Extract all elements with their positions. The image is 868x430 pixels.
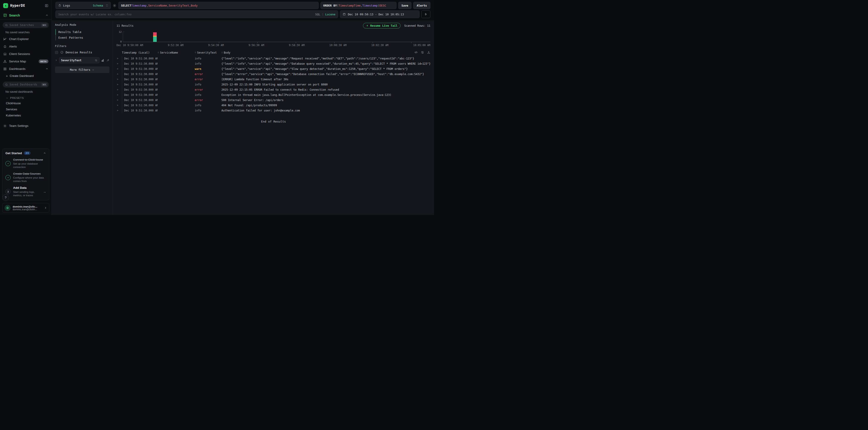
code-view-icon[interactable] xyxy=(414,51,418,54)
row-expand-chevron-icon[interactable]: > xyxy=(117,94,122,96)
sidebar-item-dashboards[interactable]: Dashboards xyxy=(0,65,52,73)
order-by-input[interactable]: ORDER BY (TimestampTime, Timestamp) DESC xyxy=(320,2,397,9)
team-settings-label: Team Settings xyxy=(9,124,49,128)
table-row[interactable]: > Dec 10 9:51:30.000 AM info {"level":"i… xyxy=(117,61,430,66)
denoise-checkbox[interactable] xyxy=(55,51,58,54)
table-row[interactable]: > Dec 10 9:51:30.000 AM error {"level":"… xyxy=(117,71,430,77)
chevron-right-icon[interactable] xyxy=(55,59,57,62)
stacked-bar[interactable] xyxy=(153,31,157,42)
time-range-picker[interactable]: Dec 10 09:50:13 - Dec 10 10:05:13 xyxy=(340,10,420,18)
sidebar-item-search[interactable]: Search xyxy=(0,11,52,20)
drag-grip-icon[interactable]: ⠿ xyxy=(195,52,196,54)
sidebar-item-alerts[interactable]: Alerts xyxy=(0,43,52,50)
sidebar-item-service-map[interactable]: Service Map BETA xyxy=(0,58,52,65)
source-select[interactable]: Logs Schema xyxy=(55,2,111,9)
x-axis-label: 9:52:30 AM xyxy=(168,44,183,47)
facet-search-box[interactable]: SeverityText xyxy=(59,57,99,63)
row-expand-chevron-icon[interactable]: > xyxy=(117,104,122,106)
column-header-servicename[interactable]: ⠿ServiceName xyxy=(158,51,195,54)
preset-item[interactable]: Services xyxy=(0,106,52,112)
row-severity: info xyxy=(195,62,221,65)
row-expand-chevron-icon[interactable]: > xyxy=(117,89,122,91)
drag-grip-icon[interactable]: ⠿ xyxy=(158,52,159,54)
pin-icon[interactable] xyxy=(106,59,110,62)
events-histogram[interactable]: 12 0 Dec 10 9:50:00 AM9:52:30 AM9:54:30 … xyxy=(117,32,430,47)
row-expand-chevron-icon[interactable]: > xyxy=(117,57,122,60)
row-expand-chevron-icon[interactable]: > xyxy=(117,83,122,86)
row-severity: error xyxy=(195,99,221,102)
table-row[interactable]: > Dec 10 9:51:30.000 AM info Exception i… xyxy=(117,92,430,97)
table-header-row: Timestamp (Local) ⠿ServiceName ⠿Severity… xyxy=(117,49,430,56)
chevron-right-icon xyxy=(44,206,47,209)
select-clause-input[interactable]: SELECT Timestamp,ServiceName,SeverityTex… xyxy=(118,2,319,9)
row-expand-chevron-icon[interactable]: > xyxy=(117,109,122,112)
saved-dashboards-input[interactable]: Saved Dashboards ⌘K xyxy=(3,81,49,88)
chevron-up-icon[interactable] xyxy=(45,67,49,70)
sql-mode-option[interactable]: SQL xyxy=(315,13,320,16)
row-expand-chevron-icon[interactable]: > xyxy=(117,68,122,70)
denoise-results-toggle[interactable]: Denoise Results xyxy=(55,51,110,54)
column-header-timestamp[interactable]: Timestamp (Local) xyxy=(122,51,158,54)
sidebar-item-team-settings[interactable]: Team Settings xyxy=(0,122,52,130)
row-expand-chevron-icon[interactable]: > xyxy=(117,78,122,80)
help-button[interactable]: ? xyxy=(2,194,9,201)
query-toolbar: Logs Schema SELECT Timestamp,ServiceName… xyxy=(52,0,434,10)
drag-grip-icon[interactable]: ⠿ xyxy=(221,52,223,54)
row-expand-chevron-icon[interactable]: > xyxy=(117,99,122,101)
more-filters-button[interactable]: More filters xyxy=(55,66,110,73)
user-email: dominic.tran@clickh... xyxy=(13,208,42,211)
sidebar-item-chart-explorer[interactable]: Chart Explorer xyxy=(0,35,52,43)
column-header-body[interactable]: ⠿Body xyxy=(221,51,430,54)
table-row[interactable]: > Dec 10 9:51:30.000 AM info 2025-12-09 … xyxy=(117,82,430,87)
presets-toggle[interactable]: PRESETS xyxy=(0,95,52,100)
mode-event-patterns[interactable]: Event Patterns xyxy=(55,35,110,40)
sidebar-item-client-sessions[interactable]: Client Sessions xyxy=(0,50,52,58)
mode-results-table[interactable]: Results Table xyxy=(55,29,110,35)
search-input[interactable] xyxy=(55,10,338,18)
row-expand-chevron-icon[interactable]: > xyxy=(117,62,122,65)
resume-live-tail-button[interactable]: Resume Live Tail xyxy=(363,23,401,29)
schema-label: Schema xyxy=(93,4,103,7)
search-icon xyxy=(5,24,8,27)
alerts-button[interactable]: Alerts xyxy=(413,2,430,9)
y-axis-max-label: 12 xyxy=(117,31,122,33)
row-expand-chevron-icon[interactable]: > xyxy=(117,73,122,75)
user-menu[interactable]: D dominic.tran@clic... dominic.tran@clic… xyxy=(2,203,49,213)
table-row[interactable]: > Dec 10 9:51:30.000 AM error [ERROR] La… xyxy=(117,77,430,82)
row-timestamp: Dec 10 9:51:30.000 AM xyxy=(122,66,158,71)
column-header-severitytext[interactable]: ⠿SeverityText xyxy=(195,51,221,54)
sidebar-collapse-button[interactable] xyxy=(45,4,49,7)
run-query-button[interactable] xyxy=(421,10,430,18)
x-axis-labels: Dec 10 9:50:00 AM9:52:30 AM9:54:30 AM9:5… xyxy=(117,44,430,47)
chevron-up-icon[interactable] xyxy=(43,152,46,155)
table-row[interactable]: > Dec 10 9:51:30.000 AM info Authenticat… xyxy=(117,108,430,113)
table-row[interactable]: > Dec 10 9:51:30.000 AM error 500 Intern… xyxy=(117,97,430,103)
sidebar: HyperDX Search Saved Searches ⌘K No save… xyxy=(0,0,52,215)
order-by-direction: DESC xyxy=(379,4,386,7)
table-row[interactable]: > Dec 10 9:51:30.000 AM warn {"level":"w… xyxy=(117,66,430,71)
get-started-step-connect[interactable]: Connect to ClickHouse Set up your databa… xyxy=(5,158,46,169)
preset-item[interactable]: ClickHouse xyxy=(0,100,52,106)
row-severity: error xyxy=(195,73,221,76)
facet-severitytext: SeverityText xyxy=(55,57,110,63)
create-dashboard-button[interactable]: + Create Dashboard xyxy=(0,73,52,79)
get-started-step-sources[interactable]: Create Data Sources Configure where your… xyxy=(5,172,46,183)
row-body: Authentication failed for user: john@exa… xyxy=(221,109,430,112)
row-body: {"level":"error","service":"api","messag… xyxy=(221,73,430,76)
source-settings-gear-icon[interactable] xyxy=(113,4,117,7)
table-row[interactable]: > Dec 10 9:51:30.000 AM error 2025-12-09… xyxy=(117,87,430,92)
more-filters-label: More filters xyxy=(70,68,90,71)
table-row[interactable]: > Dec 10 9:51:30.000 AM info {"level":"i… xyxy=(117,56,430,61)
step-desc: Set up your database connection xyxy=(13,162,46,169)
preset-item[interactable]: Kubernetes xyxy=(0,112,52,119)
save-button[interactable]: Save xyxy=(398,2,411,9)
chevron-up-icon[interactable] xyxy=(45,14,49,17)
get-started-header[interactable]: Get Started 2/3 xyxy=(5,151,46,155)
text-wrap-icon[interactable] xyxy=(421,51,424,54)
lucene-mode-option[interactable]: Lucene xyxy=(325,13,335,16)
saved-searches-input[interactable]: Saved Searches ⌘K xyxy=(3,22,49,28)
facet-chart-icon[interactable] xyxy=(101,59,104,62)
get-started-step-add-data[interactable]: 3 Add Data Start sending logs, metrics, … xyxy=(5,186,46,197)
download-icon[interactable] xyxy=(427,51,430,54)
table-row[interactable]: > Dec 10 9:51:30.000 AM info 404 Not Fou… xyxy=(117,103,430,108)
